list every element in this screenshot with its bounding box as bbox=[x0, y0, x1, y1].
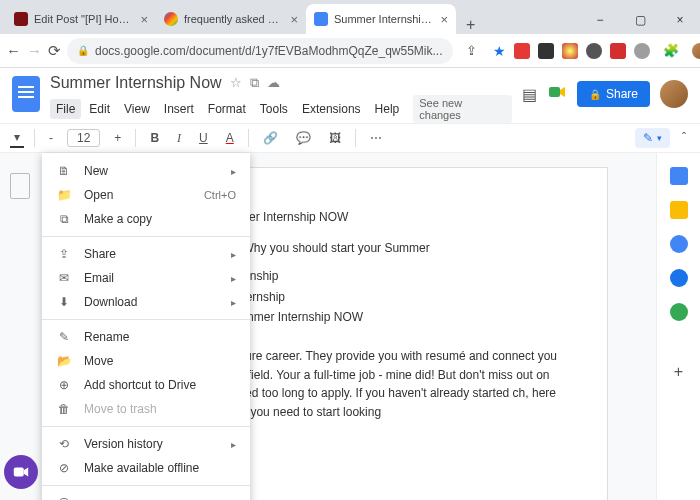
close-icon[interactable]: × bbox=[290, 12, 298, 27]
menu-item-version-history[interactable]: ⟲ Version history ▸ bbox=[42, 432, 250, 456]
menu-tools[interactable]: Tools bbox=[254, 99, 294, 119]
profile-avatar-icon[interactable] bbox=[692, 43, 700, 59]
menu-item-new[interactable]: 🗎 New ▸ bbox=[42, 159, 250, 183]
extension-flower-icon[interactable] bbox=[562, 43, 578, 59]
bold-button[interactable]: B bbox=[146, 129, 163, 147]
browser-tab-2[interactable]: Summer Internship Now - Go... × bbox=[306, 4, 456, 34]
contacts-icon[interactable] bbox=[670, 269, 688, 287]
meet-icon[interactable] bbox=[547, 82, 567, 106]
account-avatar[interactable] bbox=[660, 80, 688, 108]
email-icon: ✉ bbox=[56, 271, 72, 285]
menu-item-available-offline[interactable]: ⊘ Make available offline bbox=[42, 456, 250, 480]
minimize-button[interactable]: − bbox=[580, 6, 620, 34]
menu-view[interactable]: View bbox=[118, 99, 156, 119]
chevron-right-icon: ▸ bbox=[231, 166, 236, 177]
docs-logo-icon[interactable] bbox=[12, 76, 40, 112]
more-toolbar-icon[interactable]: ⋯ bbox=[366, 129, 386, 147]
menu-item-share[interactable]: ⇪ Share ▸ bbox=[42, 242, 250, 266]
document-title[interactable]: Summer Internship Now bbox=[50, 74, 222, 92]
menu-file[interactable]: File bbox=[50, 99, 81, 119]
share-url-icon[interactable]: ⇪ bbox=[459, 38, 485, 64]
menu-item-download[interactable]: ⬇ Download ▸ bbox=[42, 290, 250, 314]
tasks-icon[interactable] bbox=[670, 235, 688, 253]
rename-icon: ✎ bbox=[56, 330, 72, 344]
menu-item-move-to-trash: 🗑 Move to trash bbox=[42, 397, 250, 421]
extension-circle-icon[interactable] bbox=[586, 43, 602, 59]
separator bbox=[42, 426, 250, 427]
chevron-down-icon: ▾ bbox=[657, 133, 662, 143]
underline-button[interactable]: U bbox=[195, 129, 212, 147]
meet-fab-button[interactable] bbox=[4, 455, 38, 489]
hide-menus-icon[interactable]: ˆ bbox=[678, 129, 690, 147]
menu-item-move[interactable]: 📂 Move bbox=[42, 349, 250, 373]
editing-mode-button[interactable]: ✎ ▾ bbox=[635, 128, 670, 148]
menu-item-add-shortcut[interactable]: ⊕ Add shortcut to Drive bbox=[42, 373, 250, 397]
extensions-puzzle-icon[interactable]: 🧩 bbox=[658, 38, 684, 64]
insert-link-icon[interactable]: 🔗 bbox=[259, 129, 282, 147]
insert-comment-icon[interactable]: 💬 bbox=[292, 129, 315, 147]
move-icon: 📂 bbox=[56, 354, 72, 368]
insert-image-icon[interactable]: 🖼 bbox=[325, 129, 345, 147]
forward-button[interactable]: → bbox=[27, 38, 42, 64]
menu-help[interactable]: Help bbox=[369, 99, 406, 119]
keep-icon[interactable] bbox=[670, 201, 688, 219]
menu-item-rename[interactable]: ✎ Rename bbox=[42, 325, 250, 349]
back-button[interactable]: ← bbox=[6, 38, 21, 64]
menu-extensions[interactable]: Extensions bbox=[296, 99, 367, 119]
cloud-status-icon[interactable]: ☁ bbox=[267, 75, 280, 91]
menu-insert[interactable]: Insert bbox=[158, 99, 200, 119]
browser-tab-1[interactable]: frequently asked questions ab × bbox=[156, 4, 306, 34]
maps-icon[interactable] bbox=[670, 303, 688, 321]
history-icon: ⟲ bbox=[56, 437, 72, 451]
close-icon[interactable]: × bbox=[140, 12, 148, 27]
italic-button[interactable]: I bbox=[173, 129, 185, 148]
add-side-panel-icon[interactable]: + bbox=[674, 363, 683, 381]
maximize-button[interactable]: ▢ bbox=[620, 6, 660, 34]
window-controls: − ▢ × bbox=[580, 6, 700, 34]
download-icon: ⬇ bbox=[56, 295, 72, 309]
extension-tp-icon[interactable] bbox=[514, 43, 530, 59]
favicon bbox=[164, 12, 178, 26]
close-icon[interactable]: × bbox=[440, 12, 448, 27]
menu-item-make-copy[interactable]: ⧉ Make a copy bbox=[42, 207, 250, 231]
extension-gray-icon[interactable] bbox=[634, 43, 650, 59]
menu-item-open[interactable]: 📁 Open Ctrl+O bbox=[42, 183, 250, 207]
file-menu-dropdown: 🗎 New ▸ 📁 Open Ctrl+O ⧉ Make a copy ⇪ Sh… bbox=[42, 153, 250, 500]
font-size-value[interactable]: 12 bbox=[67, 129, 100, 147]
calendar-icon[interactable] bbox=[670, 167, 688, 185]
text-color-button[interactable]: A bbox=[222, 129, 238, 147]
extension-grid-icon[interactable] bbox=[538, 43, 554, 59]
outline-toggle-icon[interactable] bbox=[10, 173, 30, 199]
menu-item-email[interactable]: ✉ Email ▸ bbox=[42, 266, 250, 290]
share-button[interactable]: 🔒 Share bbox=[577, 81, 650, 107]
see-new-changes-button[interactable]: See new changes bbox=[413, 95, 512, 123]
menu-item-details[interactable]: ⓘ Details bbox=[42, 491, 250, 500]
move-folder-icon[interactable]: ⧉ bbox=[250, 75, 259, 91]
lock-icon: 🔒 bbox=[77, 45, 89, 56]
separator bbox=[248, 129, 249, 147]
formatting-toolbar: ▾ - 12 + B I U A 🔗 💬 🖼 ⋯ ✎ ▾ ˆ bbox=[0, 123, 700, 153]
new-tab-button[interactable]: + bbox=[456, 16, 485, 34]
star-outline-icon[interactable]: ☆ bbox=[230, 75, 242, 91]
info-icon: ⓘ bbox=[56, 496, 72, 500]
comment-history-icon[interactable]: ▤ bbox=[522, 85, 537, 104]
chevron-right-icon: ▸ bbox=[231, 297, 236, 308]
close-window-button[interactable]: × bbox=[660, 6, 700, 34]
svg-rect-2 bbox=[14, 468, 24, 477]
star-icon[interactable]: ★ bbox=[493, 43, 506, 59]
extension-red-icon[interactable] bbox=[610, 43, 626, 59]
menu-edit[interactable]: Edit bbox=[83, 99, 116, 119]
svg-marker-3 bbox=[24, 468, 29, 477]
workspace: Planning Your Summer Internship NOW erns… bbox=[0, 153, 700, 500]
browser-tab-0[interactable]: Edit Post "[PI] How to Change ... × bbox=[6, 4, 156, 34]
text-color-dropdown-icon[interactable]: ▾ bbox=[10, 128, 24, 148]
browser-titlebar: Edit Post "[PI] How to Change ... × freq… bbox=[0, 0, 700, 34]
font-size-increase[interactable]: + bbox=[110, 129, 125, 147]
separator bbox=[42, 319, 250, 320]
outline-sidebar bbox=[0, 153, 40, 500]
font-size-decrease[interactable]: - bbox=[45, 129, 57, 147]
tab-title: frequently asked questions ab bbox=[184, 13, 284, 25]
menu-format[interactable]: Format bbox=[202, 99, 252, 119]
reload-button[interactable]: ⟳ bbox=[48, 38, 61, 64]
url-field[interactable]: 🔒 docs.google.com/document/d/1y7fEVBaMod… bbox=[67, 38, 453, 64]
